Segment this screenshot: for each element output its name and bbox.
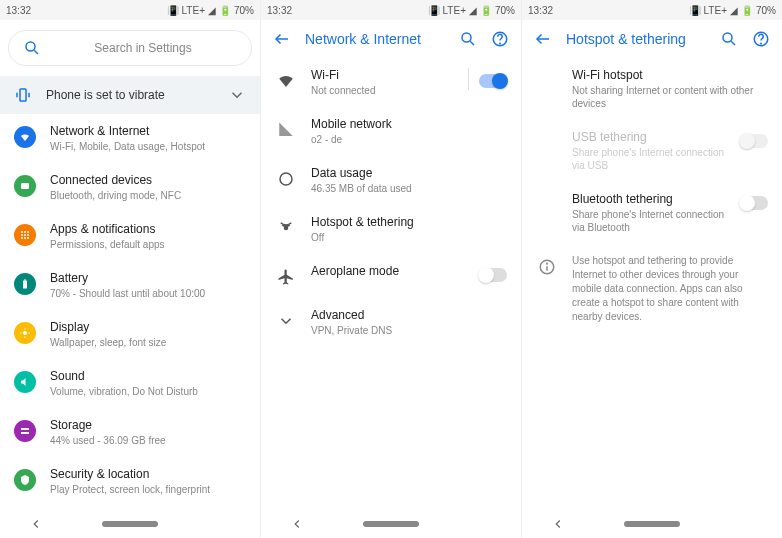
status-bar: 13:32 📳LTE+◢🔋70% [522,0,782,20]
item-title: Mobile network [311,117,507,131]
apps-icon [19,229,31,241]
item-sub: 44% used - 36.09 GB free [50,434,246,447]
vibrate-text: Phone is set to vibrate [46,88,165,102]
hotspot-panel: 13:32 📳LTE+◢🔋70% Hotspot & tethering Wi-… [522,0,782,538]
battery-percent: 70% [756,5,776,16]
svg-rect-5 [21,183,29,189]
nav-bar [522,510,782,538]
item-sub: Permissions, default apps [50,238,246,251]
item-title: Aeroplane mode [311,264,465,278]
back-arrow-icon[interactable] [534,30,552,48]
item-data-usage[interactable]: Data usage46.35 MB of data used [261,156,521,205]
back-arrow-icon[interactable] [273,30,291,48]
svg-rect-15 [23,281,27,289]
network-label: LTE+ [182,5,205,16]
item-title: Storage [50,418,246,432]
item-title: Apps & notifications [50,222,246,236]
search-icon[interactable] [459,30,477,48]
devices-icon [19,180,31,192]
item-security[interactable]: Security & locationPlay Protect, screen … [0,457,260,506]
header-title: Hotspot & tethering [566,31,706,47]
item-aeroplane[interactable]: Aeroplane mode [261,254,521,298]
wifi-toggle[interactable] [479,74,507,88]
item-battery[interactable]: Battery70% - Should last until about 10:… [0,261,260,310]
back-icon[interactable] [290,517,304,531]
help-icon[interactable] [491,30,509,48]
status-bar: 13:32 📳LTE+◢🔋70% [261,0,521,20]
item-hotspot[interactable]: Hotspot & tetheringOff [261,205,521,254]
svg-point-0 [26,42,35,51]
svg-rect-2 [20,89,26,101]
item-sub: 46.35 MB of data used [311,182,507,195]
home-pill[interactable] [624,521,680,527]
item-mobile[interactable]: Mobile networko2 - de [261,107,521,156]
item-sub: Wi-Fi, Mobile, Data usage, Hotspot [50,140,246,153]
svg-point-8 [27,231,29,233]
back-icon[interactable] [551,517,565,531]
item-apps[interactable]: Apps & notificationsPermissions, default… [0,212,260,261]
item-title: Connected devices [50,173,246,187]
item-display[interactable]: DisplayWallpaper, sleep, font size [0,310,260,359]
item-bluetooth-tethering[interactable]: Bluetooth tetheringShare phone's Interne… [522,182,782,244]
signal-icon: ◢ [730,5,738,16]
item-sound[interactable]: SoundVolume, vibration, Do Not Disturb [0,359,260,408]
info-row: Use hotspot and tethering to provide Int… [522,244,782,334]
info-icon [538,258,556,276]
security-icon [19,474,31,486]
svg-point-11 [27,234,29,236]
vibrate-icon: 📳 [689,5,701,16]
battery-percent: 70% [495,5,515,16]
item-sub: Share phone's Internet connection via Bl… [572,208,726,234]
svg-point-17 [23,331,27,335]
svg-point-29 [500,43,501,44]
header: Hotspot & tethering [522,20,782,58]
item-title: Sound [50,369,246,383]
usb-toggle [740,134,768,148]
help-icon[interactable] [752,30,770,48]
svg-point-10 [24,234,26,236]
item-title: Display [50,320,246,334]
vibrate-row[interactable]: Phone is set to vibrate [0,76,260,114]
item-title: Wi-Fi [311,68,454,82]
back-icon[interactable] [29,517,43,531]
status-bar: 13:32 📳 LTE+ ◢ 🔋 70% [0,0,260,20]
aeroplane-toggle[interactable] [479,268,507,282]
vibrate-icon: 📳 [428,5,440,16]
nav-bar [261,510,521,538]
svg-point-36 [761,43,762,44]
signal-icon: ◢ [469,5,477,16]
svg-rect-23 [21,428,29,430]
vibrate-icon: 📳 [167,5,179,16]
battery-icon: 🔋 [480,5,492,16]
item-storage[interactable]: Storage44% used - 36.09 GB free [0,408,260,457]
svg-point-12 [21,237,23,239]
item-advanced[interactable]: AdvancedVPN, Private DNS [261,298,521,347]
item-sub: Volume, vibration, Do Not Disturb [50,385,246,398]
item-connected[interactable]: Connected devicesBluetooth, driving mode… [0,163,260,212]
search-icon[interactable] [720,30,738,48]
signal-icon [277,121,295,139]
header-title: Network & Internet [305,31,445,47]
item-network[interactable]: Network & InternetWi-Fi, Mobile, Data us… [0,114,260,163]
header: Network & Internet [261,20,521,58]
item-wifi-hotspot[interactable]: Wi-Fi hotspotNot sharing Internet or con… [522,58,782,120]
network-label: LTE+ [443,5,466,16]
item-sub: Wallpaper, sleep, font size [50,336,246,349]
home-pill[interactable] [363,521,419,527]
item-sub: 70% - Should last until about 10:00 [50,287,246,300]
home-pill[interactable] [102,521,158,527]
wifi-icon [19,131,31,143]
chevron-down-icon [228,86,246,104]
search-input[interactable]: Search in Settings [8,30,252,66]
svg-point-33 [723,33,732,42]
bluetooth-toggle[interactable] [740,196,768,210]
network-label: LTE+ [704,5,727,16]
svg-point-9 [21,234,23,236]
item-wifi[interactable]: Wi-FiNot connected [261,58,521,107]
item-title: Battery [50,271,246,285]
sound-icon [19,376,31,388]
svg-marker-22 [21,378,26,386]
signal-icon: ◢ [208,5,216,16]
svg-line-34 [731,41,735,45]
item-sub: Play Protect, screen lock, fingerprint [50,483,246,496]
